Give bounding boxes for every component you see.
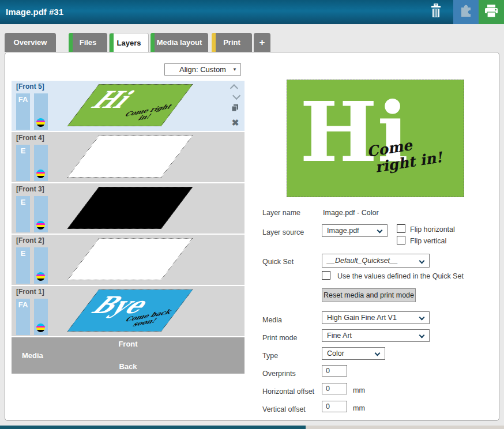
horizontal-offset-unit: mm <box>353 386 365 394</box>
print-mode-badge: E <box>16 146 30 155</box>
print-mode-bar: FA <box>16 299 30 335</box>
chevron-down-icon <box>375 351 381 356</box>
tab-bar: Overview Files Layers Media layout Print… <box>0 24 504 52</box>
layer-label: [Front 2] <box>16 236 44 244</box>
ink-bar <box>34 93 48 130</box>
chevron-down-icon <box>377 228 383 234</box>
cmyk-color-icon <box>36 221 45 229</box>
print-mode-badge: E <box>16 249 30 258</box>
print-mode-bar: FA <box>16 93 30 130</box>
layer-label: [Front 5] <box>16 82 44 91</box>
layer-thumbnail[interactable] <box>67 136 193 178</box>
chevron-down-icon <box>419 258 425 264</box>
layer-thumbnail[interactable] <box>67 187 193 229</box>
preview-title-text: Hi <box>300 80 408 192</box>
ink-bar <box>34 196 48 232</box>
layer-source-label: Layer source <box>262 228 304 236</box>
align-dropdown-value: Align: Custom <box>179 65 226 74</box>
layer-row-front-5[interactable]: [Front 5] FA Hi Come right in! ✖ <box>12 81 245 131</box>
tab-media-layout-label: Media layout <box>157 38 202 47</box>
layer-source-value: Image.pdf <box>327 227 359 235</box>
type-value: Color <box>327 349 344 358</box>
vertical-offset-input[interactable] <box>322 401 347 412</box>
flip-horizontal-checkbox[interactable] <box>397 224 405 233</box>
print-mode-select[interactable]: Fine Art <box>322 329 430 342</box>
bottom-strip-track <box>306 426 504 429</box>
move-layer-down-icon[interactable] <box>232 92 240 100</box>
print-mode-badge: FA <box>16 95 30 104</box>
type-select[interactable]: Color <box>322 347 385 360</box>
tab-layers[interactable]: Layers <box>109 33 149 52</box>
overprints-input[interactable] <box>322 365 347 377</box>
thumb-title-text: Hi <box>85 86 137 114</box>
ink-bar <box>34 145 48 181</box>
tab-status-indicator <box>151 33 155 52</box>
chevron-down-icon <box>419 333 425 338</box>
layer-thumbnail[interactable]: Bye Come back soon! <box>67 289 193 332</box>
tab-status-indicator <box>212 33 216 52</box>
horizontal-offset-input[interactable] <box>322 383 347 394</box>
layer-label: [Front 1] <box>16 288 44 296</box>
layer-name-label: Layer name <box>262 209 300 217</box>
dropdown-arrow-icon: ▼ <box>232 67 237 72</box>
tab-files-label: Files <box>80 38 97 47</box>
layer-row-front-4[interactable]: [Front 4] E <box>12 132 245 182</box>
print-mode-badge: FA <box>16 300 30 309</box>
cmyk-color-icon <box>36 170 45 178</box>
media-front-label: Front <box>12 340 245 348</box>
quick-set-value: __Default_Quickset__ <box>327 257 398 265</box>
tab-overview-label: Overview <box>14 38 47 47</box>
plus-icon: + <box>259 37 265 48</box>
media-side-bar: Front Media Back <box>12 337 245 374</box>
tab-overview[interactable]: Overview <box>5 33 56 52</box>
cmyk-color-icon <box>36 272 45 281</box>
flip-vertical-checkbox[interactable] <box>397 236 405 244</box>
trash-icon <box>429 3 443 21</box>
layer-row-controls: ✖ <box>230 84 241 127</box>
reset-media-print-mode-button[interactable]: Reset media and print mode <box>322 288 416 302</box>
media-select[interactable]: High Gain Fine Art V1 <box>322 311 430 324</box>
layer-label: [Front 4] <box>16 134 44 142</box>
align-dropdown[interactable]: Align: Custom ▼ <box>164 63 241 76</box>
tab-layers-label: Layers <box>117 39 141 47</box>
delete-job-button[interactable] <box>423 0 449 24</box>
tab-files[interactable]: Files <box>69 33 107 52</box>
tab-print[interactable]: Print <box>212 33 252 52</box>
layer-thumbnail[interactable]: Hi Come right in! <box>67 84 193 126</box>
plugins-button[interactable] <box>453 0 479 24</box>
layer-preview-image: Hi Come right in! <box>287 80 464 197</box>
quick-set-select[interactable]: __Default_Quickset__ <box>322 254 430 268</box>
tab-print-label: Print <box>223 38 240 47</box>
print-mode-badge: E <box>16 198 30 206</box>
quick-set-label: Quick Set <box>262 258 294 266</box>
printer-icon <box>484 4 499 20</box>
use-quickset-label: Use the values defined in the Quick Set <box>337 272 464 280</box>
layer-list: [Front 5] FA Hi Come right in! ✖ [Front … <box>12 81 245 337</box>
print-button[interactable] <box>479 0 504 24</box>
flip-vertical-label: Flip vertical <box>410 237 446 245</box>
add-tab-button[interactable]: + <box>254 33 270 52</box>
print-mode-label: Print mode <box>262 334 297 342</box>
layer-source-select[interactable]: Image.pdf <box>322 224 388 237</box>
overprints-label: Overprints <box>262 370 296 378</box>
layer-row-front-3[interactable]: [Front 3] E <box>12 183 245 234</box>
print-mode-value: Fine Art <box>327 332 352 340</box>
layer-thumbnail[interactable] <box>67 238 193 280</box>
ink-bar <box>34 299 48 335</box>
puzzle-piece-icon <box>458 3 474 21</box>
layer-name-value: Image.pdf - Color <box>323 209 379 217</box>
delete-layer-icon[interactable]: ✖ <box>232 118 239 127</box>
print-mode-bar: E <box>16 196 30 232</box>
bottom-progress-strip <box>0 426 306 429</box>
move-layer-up-icon[interactable] <box>230 84 238 92</box>
tab-status-indicator <box>110 33 114 52</box>
vertical-offset-unit: mm <box>353 404 365 412</box>
print-mode-bar: E <box>16 145 30 181</box>
tab-media-layout[interactable]: Media layout <box>151 33 208 52</box>
layer-row-front-2[interactable]: [Front 2] E <box>12 235 245 285</box>
layer-row-front-1[interactable]: [Front 1] FA Bye Come back soon! <box>12 286 245 336</box>
cmyk-color-icon <box>36 323 45 332</box>
use-quickset-checkbox[interactable] <box>322 271 330 280</box>
duplicate-layer-icon[interactable] <box>231 104 239 114</box>
window-title: Image.pdf #31 <box>6 7 63 17</box>
